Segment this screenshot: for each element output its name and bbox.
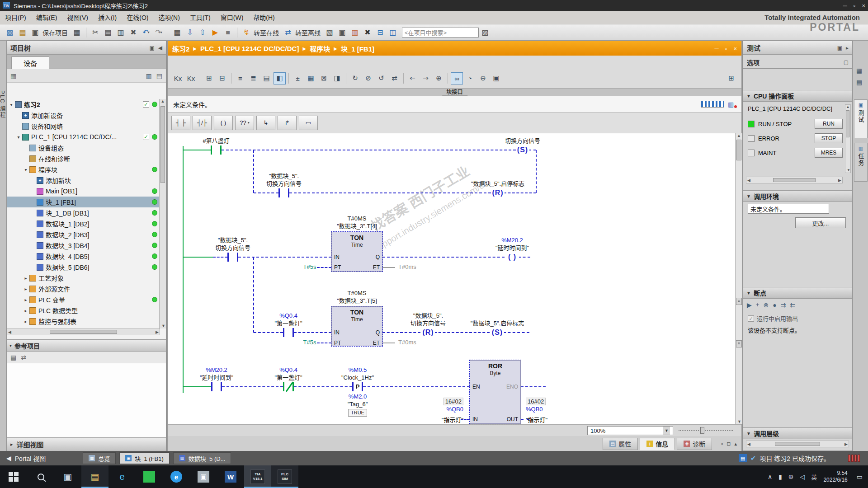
strip-icon-1[interactable]: ▦ [856,67,862,74]
contact-no[interactable] [211,382,222,391]
coil-out[interactable]: ( ) [505,252,519,262]
inspector-tab-诊断[interactable]: ✚诊断 [677,438,712,450]
zoom-select[interactable]: 100% ▼ [587,426,673,435]
tree-horizontal-scrollbar[interactable]: ◀▶ [7,328,160,335]
save-project-icon[interactable]: ▣ [29,27,41,38]
stop-cpu-icon[interactable]: ■ [222,27,234,38]
menu-item-4[interactable]: 插入(I) [93,11,122,24]
rewire-tag-icon[interactable]: Kx [185,72,197,84]
operand-text[interactable]: "数据块_3".T[5] [312,297,402,305]
split-horizontal-icon[interactable]: ⊟ [374,27,386,38]
expand-networks-icon[interactable]: ≡ [234,72,246,84]
tree-item[interactable]: 在线和诊断 [7,153,160,164]
ie-browser-icon[interactable]: e [108,465,136,488]
test-header-icon-1[interactable]: ▣ [837,45,842,51]
insert-timer-icon[interactable]: ▭ [299,116,318,130]
cut-icon[interactable]: ✂ [90,27,101,38]
contact-no[interactable] [227,253,238,262]
run-button[interactable]: RUN [815,119,843,129]
operand-text[interactable]: TRUE [348,409,367,417]
open-branch-icon[interactable]: ↳ [256,116,275,130]
operand-value[interactable]: T#0ms [398,263,416,270]
zoom-slider-thumb[interactable] [700,427,704,434]
menu-item-3[interactable]: 视图(V) [62,11,93,24]
inspector-window-icon-3[interactable]: ▴ [734,441,737,447]
operand-value[interactable]: "指示灯" [526,415,547,424]
show-comments-icon[interactable]: ◧ [274,72,286,84]
menu-item-9[interactable]: 帮助(H) [248,11,279,24]
inspector-window-icon-1[interactable]: ▫ [721,441,723,447]
network-icon[interactable]: ⊕ [788,473,794,480]
editor-tab-块_1 (FB1)[interactable]: ▣块_1 (FB1) [119,452,170,464]
tree-item[interactable]: 数据块_1 [DB2] [7,218,160,229]
operand-text[interactable]: %M0.5 [312,366,403,374]
hw-detect-icon[interactable]: ✖ [362,27,373,38]
delete-icon[interactable]: ✖ [127,27,139,38]
go-to-next-icon[interactable]: ⇒ [420,72,432,84]
operand-label-below[interactable]: %M2.0"Tag_6"TRUE [312,393,403,417]
operand-text[interactable]: "数据块_5".启停标志 [453,180,543,188]
tree-item[interactable]: ▸工艺对象 [7,272,160,283]
operand-text[interactable]: %M20.2 [467,236,557,244]
bp-prev-icon[interactable]: ⇇ [790,301,795,309]
tree-item[interactable]: 块_1 [FB1] [7,197,160,207]
menu-item-5[interactable]: 在线(O) [122,11,153,24]
tia-portal-icon[interactable]: TIAV15.1 [244,465,271,488]
project-search-input[interactable] [402,28,479,38]
ladder-canvas[interactable]: 找答案 西门子工业support.industry.siemens.com/cs… [168,133,742,424]
coil-R[interactable]: (R) [421,328,435,338]
operand-label[interactable]: %M20.2"延时时间到" [467,236,557,252]
save-project-label[interactable]: 保存项目 [42,28,68,37]
splitter-grip[interactable]: ≡ [736,340,742,347]
reset-start-values-icon[interactable]: ↺ [375,72,387,84]
editor-settings-icon[interactable]: ⊞ [725,72,737,84]
tree-tool-icon-2[interactable]: ▤ [156,72,162,80]
go-online-icon[interactable]: ↯ [241,27,252,38]
coil-S[interactable]: (S) [491,328,504,338]
operand-text[interactable]: %M2.0 [312,393,403,400]
tree-item[interactable]: ▸外部源文件 [7,283,160,294]
go-online-label[interactable]: 转至在线 [254,28,279,37]
minimize-editor-button[interactable]: ─ [715,45,719,52]
operand-label[interactable]: "数据块_5".启停标志 [452,319,542,327]
cpu-panel-section-header[interactable]: ▼ CPU 操作面板 [743,90,852,102]
operand-value[interactable]: 16#02 [443,398,463,405]
splitter-grip[interactable]: ≡ [736,298,742,305]
print-icon[interactable]: ▦ [71,27,83,38]
operand-label[interactable]: "数据块_5".切换方向信号 [239,172,329,188]
delete-network-icon[interactable]: ⊟ [216,72,228,84]
operand-value[interactable]: T#5s [303,339,316,346]
contact-nc[interactable] [283,382,294,391]
portal-view-button[interactable]: ◀ Portal 视图 [0,454,52,463]
undo-icon[interactable]: ↶▾ [140,27,152,38]
tree-item[interactable]: ▾练习2✓ [7,99,160,110]
collapse-networks-icon[interactable]: ≣ [247,72,259,84]
options-expand-icon[interactable]: ▢ [844,59,849,66]
tree-item[interactable]: ▾程序块 [7,164,160,175]
checkbox-icon[interactable]: ✓ [748,315,754,322]
viewer-app-icon[interactable]: ▣ [190,465,217,488]
contact-p[interactable]: P [352,382,363,391]
editor-tab-数据块_5 (D...[interactable]: ▥数据块_5 (D... [173,452,231,464]
operand-text[interactable]: "数据块_5". [239,172,329,180]
word-icon[interactable]: W [217,465,244,488]
strip-icon-2[interactable]: ▤ [856,79,862,86]
panel-header-icon-2[interactable]: ◀ [158,45,162,51]
hierarchy-hscrollbar[interactable]: ◀▶ [746,441,849,447]
inspector-window-icon-2[interactable]: ⊟ [726,441,731,447]
tree-item[interactable]: Main [OB1] [7,186,160,197]
copy-icon[interactable]: ▤ [102,27,114,38]
paste-icon[interactable]: ▥ [115,27,127,38]
panel-header-icon-1[interactable]: ▣ [149,45,154,51]
call-environment-section-header[interactable]: ▼ 调用环境 [743,190,852,202]
operand-text[interactable]: "数据块_5". [383,312,473,319]
file-explorer-icon[interactable]: ▤ [81,465,108,488]
operand-text[interactable]: "延时时间到" [467,244,557,252]
diagnostics-icon[interactable]: ▧ [324,27,335,38]
stop-button[interactable]: STOP [815,133,843,143]
operand-label[interactable]: T#0MS"数据块_3".T[4] [312,215,402,230]
monitoring-glasses-icon[interactable]: ∞ [451,72,463,84]
expander-icon[interactable]: ▸ [23,276,28,281]
call-environment-icon[interactable]: ▣ [490,72,502,84]
task-view-button[interactable]: ▣ [54,465,81,488]
